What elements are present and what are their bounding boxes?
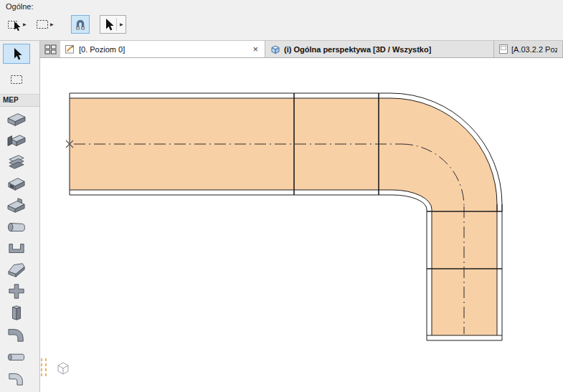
top-toolbar: Ogólne: ▶ ▶	[0, 0, 563, 41]
duct-cross-icon	[6, 283, 27, 300]
marquee-options-button[interactable]: ▶	[33, 15, 57, 34]
dropdown-arrow-icon[interactable]: ▶	[23, 22, 27, 27]
magnet-toggle-button[interactable]	[71, 15, 90, 34]
duct-round-icon	[6, 219, 27, 236]
toolbar-section-label: Ogólne:	[6, 2, 34, 11]
pipe-bend-icon	[6, 369, 27, 386]
select-tool-button[interactable]	[3, 44, 30, 64]
duct-vertical-icon	[6, 305, 27, 322]
duct-transition-icon	[6, 262, 27, 279]
guide-marks	[42, 358, 46, 378]
mep-tool-duct-branch[interactable]	[3, 196, 30, 216]
pipe-straight-icon	[6, 348, 27, 365]
mep-tool-duct-channel[interactable]	[3, 239, 30, 259]
3d-view-icon	[270, 44, 280, 54]
mep-tool-duct-flange[interactable]	[3, 131, 30, 151]
duct-elbow-fitting[interactable]	[379, 98, 497, 211]
dropdown-arrow-icon[interactable]: ▶	[50, 22, 54, 27]
mep-tool-duct-layers[interactable]	[3, 153, 30, 173]
mep-tool-duct-elbow[interactable]	[3, 325, 30, 345]
marquee-icon	[36, 19, 49, 29]
marquee-icon	[10, 75, 23, 85]
tool-cursor-icon	[58, 363, 68, 374]
quad-view-button[interactable]	[40, 41, 60, 57]
mep-tool-pipe-straight[interactable]	[3, 346, 30, 366]
tab-close-button[interactable]: ×	[251, 44, 260, 54]
mep-tool-duct-transition[interactable]	[3, 260, 30, 280]
mep-tool-pipe-bend[interactable]	[3, 368, 30, 388]
duct-channel-icon	[6, 240, 27, 257]
view-tab-bar: [0. Poziom 0] × (i) Ogólna perspektywa […	[40, 41, 563, 58]
duct-flange-icon	[6, 133, 27, 150]
tab-label: [0. Poziom 0]	[79, 45, 125, 54]
layout-icon	[499, 44, 508, 54]
arrow-tool-split-button[interactable]: ▶	[100, 15, 126, 34]
floor-plan-icon	[65, 44, 75, 54]
arrow-cursor-icon	[103, 18, 115, 32]
mep-tool-duct-straight[interactable]	[3, 110, 30, 130]
magnet-icon	[74, 18, 87, 31]
tab-label: [A.03.2.2 Poziom	[511, 45, 557, 54]
mep-tool-duct-round[interactable]	[3, 217, 30, 237]
mep-tool-duct-inline-unit[interactable]	[3, 174, 30, 194]
tab-floor-plan[interactable]: [0. Poziom 0] ×	[60, 41, 265, 57]
mep-tool-duct-cross[interactable]	[3, 282, 30, 302]
mep-tool-duct-vertical[interactable]	[3, 303, 30, 323]
mep-section-header[interactable]: MEP	[0, 94, 39, 107]
cursor-marquee-icon	[7, 18, 22, 32]
toolbox-sidebar: MEP	[0, 41, 40, 392]
arrow-cursor-icon	[11, 47, 23, 61]
tab-3d-perspective[interactable]: (i) Ogólna perspektywa [3D / Wszystko]	[265, 41, 494, 57]
duct-elbow-icon	[6, 326, 27, 343]
duct-straight-icon	[6, 111, 27, 128]
tab-layout[interactable]: [A.03.2.2 Poziom	[494, 41, 563, 57]
duct-inline-unit-icon	[6, 176, 27, 193]
drawing-canvas[interactable]	[40, 58, 563, 392]
application-window: Ogólne: ▶ ▶	[0, 0, 563, 392]
dropdown-arrow-icon[interactable]: ▶	[116, 18, 123, 31]
tab-label: (i) Ogólna perspektywa [3D / Wszystko]	[284, 45, 431, 54]
quad-view-icon	[44, 44, 57, 54]
marquee-tool-button[interactable]	[3, 70, 30, 90]
duct-layers-icon	[6, 154, 27, 171]
duct-branch-icon	[6, 197, 27, 214]
selection-options-button[interactable]: ▶	[4, 15, 29, 34]
